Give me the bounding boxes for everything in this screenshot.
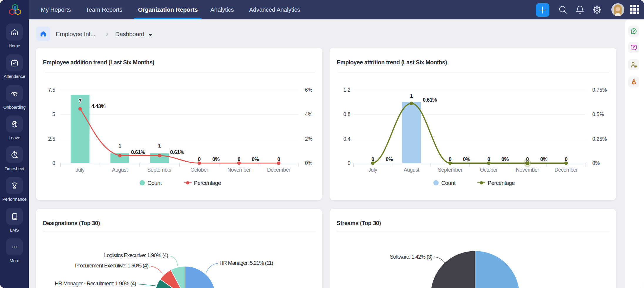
svg-text:0.5%: 0.5%	[592, 111, 604, 117]
svg-text:0%: 0%	[540, 156, 548, 162]
svg-text:0%: 0%	[212, 156, 220, 162]
svg-text:Designations (Top 30): Designations (Top 30)	[43, 220, 100, 226]
svg-text:HR Manager - Recruitment: 1.90: HR Manager - Recruitment: 1.90% (4)	[55, 280, 136, 287]
svg-text:Employee attrition trend (Last: Employee attrition trend (Last Six Month…	[337, 59, 447, 66]
svg-text:October: October	[480, 167, 498, 173]
svg-text:Procurement Executive: 1.90% (: Procurement Executive: 1.90% (4)	[75, 262, 149, 269]
svg-text:Percentage: Percentage	[194, 180, 221, 186]
svg-text:6%: 6%	[305, 87, 312, 93]
svg-text:0.4: 0.4	[343, 136, 351, 142]
svg-text:Logistics Executive: 1.90% (4): Logistics Executive: 1.90% (4)	[104, 252, 168, 258]
svg-text:September: September	[438, 167, 462, 173]
svg-text:0: 0	[487, 156, 490, 162]
svg-text:1: 1	[118, 143, 121, 149]
svg-text:0%: 0%	[386, 156, 393, 162]
svg-text:0: 0	[198, 156, 201, 162]
svg-text:Count: Count	[441, 180, 456, 186]
svg-text:December: December	[554, 167, 578, 173]
svg-text:Count: Count	[147, 180, 162, 186]
svg-text:0: 0	[371, 156, 374, 162]
svg-text:4.43%: 4.43%	[91, 103, 105, 109]
svg-text:0: 0	[52, 160, 55, 166]
svg-text:July: July	[76, 167, 85, 173]
svg-text:0.8: 0.8	[343, 111, 350, 117]
svg-text:0.25%: 0.25%	[592, 136, 607, 142]
svg-text:2.5: 2.5	[48, 136, 55, 142]
svg-text:0: 0	[277, 156, 280, 162]
svg-text:November: November	[227, 167, 251, 173]
svg-text:Streams (Top 30): Streams (Top 30)	[337, 220, 381, 226]
svg-text:0%: 0%	[502, 156, 509, 162]
svg-text:0%: 0%	[305, 160, 312, 166]
svg-text:0%: 0%	[463, 156, 470, 162]
svg-text:0.61%: 0.61%	[170, 149, 184, 155]
svg-text:1: 1	[158, 143, 161, 149]
svg-text:July: July	[368, 167, 378, 173]
svg-text:4%: 4%	[305, 111, 312, 117]
svg-text:October: October	[190, 167, 208, 173]
svg-text:7.5: 7.5	[48, 87, 55, 93]
svg-text:0.75%: 0.75%	[592, 87, 607, 93]
svg-text:0: 0	[449, 156, 452, 162]
svg-text:HR Manager: 5.21% (11): HR Manager: 5.21% (11)	[219, 260, 273, 266]
svg-text:1.2: 1.2	[343, 87, 350, 93]
svg-text:Software: 1.42% (3): Software: 1.42% (3)	[390, 254, 432, 260]
svg-text:0: 0	[238, 156, 241, 162]
svg-text:0: 0	[526, 156, 529, 162]
svg-text:0: 0	[565, 156, 568, 162]
svg-text:August: August	[112, 167, 128, 173]
svg-text:0: 0	[348, 160, 350, 166]
svg-text:2%: 2%	[305, 136, 312, 142]
svg-text:0%: 0%	[592, 160, 600, 166]
svg-text:September: September	[147, 167, 172, 173]
svg-text:1: 1	[410, 93, 413, 99]
svg-text:0%: 0%	[252, 156, 259, 162]
svg-text:0.61%: 0.61%	[423, 97, 437, 103]
svg-text:0.61%: 0.61%	[131, 149, 145, 155]
svg-text:Employee addition trend (Last: Employee addition trend (Last Six Months…	[43, 59, 154, 66]
svg-text:August: August	[404, 167, 420, 173]
svg-text:November: November	[516, 167, 539, 173]
svg-text:5: 5	[52, 111, 55, 117]
svg-text:7: 7	[79, 98, 81, 104]
svg-text:Percentage: Percentage	[488, 180, 515, 186]
svg-text:December: December	[267, 167, 291, 173]
